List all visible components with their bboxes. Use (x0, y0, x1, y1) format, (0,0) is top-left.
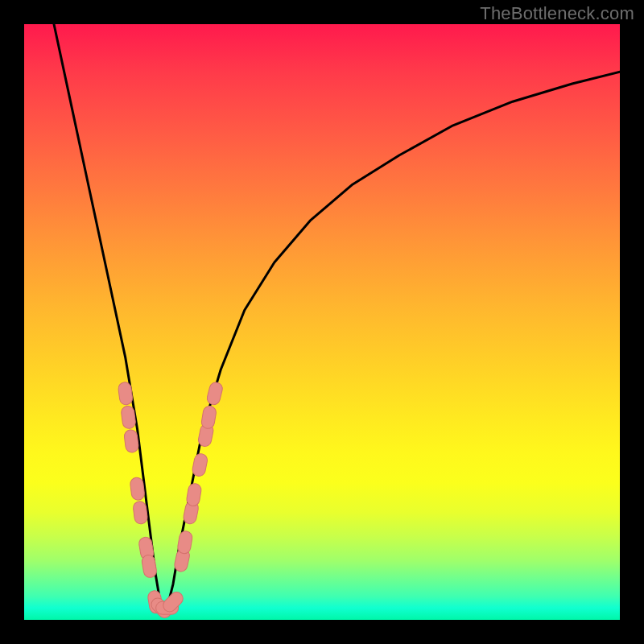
watermark-text: TheBottleneck.com (480, 3, 634, 24)
highlight-marker (186, 482, 202, 506)
highlight-marker (200, 405, 217, 429)
highlight-marker (177, 530, 193, 555)
marker-layer (118, 381, 224, 620)
chart-frame: TheBottleneck.com (0, 0, 644, 644)
highlight-marker (141, 554, 157, 578)
plot-area (24, 24, 620, 620)
highlight-marker (192, 452, 208, 477)
highlight-marker (206, 381, 224, 406)
chart-svg (24, 24, 620, 620)
